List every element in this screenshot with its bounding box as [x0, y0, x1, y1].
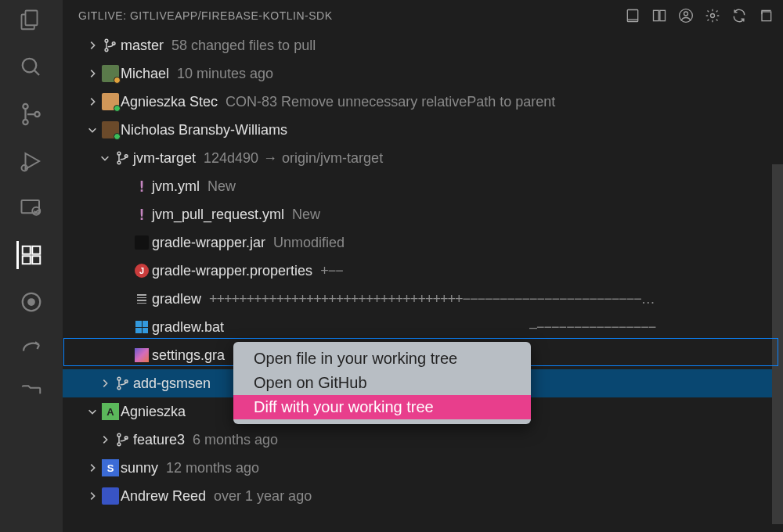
file-name: gradlew [152, 291, 201, 307]
tree-row-file[interactable]: J gradle-wrapper.properties +−− [63, 257, 783, 285]
menu-item-diff-working-tree[interactable]: Diff with your working tree [233, 395, 531, 419]
file-name: gradle-wrapper.jar [152, 235, 265, 251]
split-icon[interactable] [651, 8, 667, 23]
user-name: sunny [121, 460, 158, 476]
branch-sublabel: 58 changed files to pull [171, 38, 316, 54]
remote-explorer-icon[interactable] [17, 194, 45, 222]
svg-rect-11 [32, 246, 40, 254]
file-name: jvm_pull_request.yml [152, 207, 284, 223]
gear-icon[interactable] [705, 8, 720, 23]
file-status: New [292, 207, 320, 223]
scrollbar[interactable] [772, 164, 783, 524]
branch-name: feature3 [133, 432, 185, 448]
svg-point-28 [117, 386, 121, 390]
gitlens-icon[interactable] [17, 288, 45, 316]
menu-item-open-file[interactable]: Open file in your working tree [233, 347, 531, 371]
diff-marks: +−− [320, 263, 343, 279]
diff-marks: ++++++++++++++++++++++++++++++++++−−−−−−… [209, 291, 655, 307]
svg-rect-9 [23, 256, 31, 264]
tree-view: master 58 changed files to pull Michael … [63, 31, 783, 532]
chevron-right-icon[interactable] [97, 434, 113, 445]
svg-point-27 [117, 377, 121, 380]
chevron-right-icon[interactable] [85, 68, 100, 79]
tree-row-user-andrew[interactable]: Andrew Reed over 1 year ago [63, 482, 783, 510]
commit-hash: 124d490 [204, 150, 258, 167]
file-name: jvm.yml [152, 178, 200, 195]
context-menu: Open file in your working tree Open on G… [233, 342, 531, 424]
svg-point-25 [117, 161, 121, 164]
chevron-right-icon[interactable] [85, 96, 100, 107]
menu-item-open-github[interactable]: Open on GitHub [233, 371, 531, 395]
run-debug-icon[interactable] [17, 147, 45, 175]
tree-row-file[interactable]: ! jvm_pull_request.yml New [63, 200, 783, 228]
tree-row-user-sunny[interactable]: S sunny 12 months ago [63, 454, 783, 482]
timestamp: 10 minutes ago [177, 66, 273, 82]
arrow: → [263, 150, 277, 167]
tree-row-file[interactable]: ! jvm.yml New [63, 172, 783, 200]
folder-icon[interactable] [17, 379, 45, 407]
file-status: New [207, 178, 236, 195]
tree-row-branch-feature3[interactable]: feature3 6 months ago [63, 426, 783, 454]
file-name: gradle-wrapper.properties [152, 263, 312, 279]
file-name: settings.gra [152, 347, 225, 364]
avatar-letter: A [102, 403, 119, 420]
files-icon[interactable] [17, 6, 45, 34]
collapse-icon[interactable] [758, 8, 774, 23]
svg-point-3 [23, 120, 27, 124]
svg-point-22 [105, 49, 108, 52]
account-icon[interactable] [678, 8, 694, 23]
svg-point-30 [117, 433, 121, 437]
avatar [102, 65, 119, 82]
tree-row-file[interactable]: gradle-wrapper.jar Unmodified [63, 228, 783, 257]
avatar [102, 93, 119, 110]
svg-rect-15 [654, 10, 659, 20]
svg-rect-16 [660, 10, 666, 20]
avatar [102, 487, 119, 505]
tree-row-master[interactable]: master 58 changed files to pull [63, 31, 783, 59]
yaml-icon: ! [135, 207, 149, 221]
avatar [102, 121, 119, 138]
source-control-icon[interactable] [17, 100, 45, 128]
remote-branch: origin/jvm-target [282, 150, 383, 167]
timestamp: 12 months ago [166, 460, 259, 476]
diff-marks: –−−−−−−−−−−−−−−−− [529, 319, 655, 336]
timestamp: 6 months ago [193, 432, 278, 448]
windows-icon [135, 321, 148, 333]
chevron-down-icon[interactable] [97, 153, 113, 164]
book-icon[interactable] [625, 8, 640, 23]
file-status: Unmodified [273, 235, 345, 251]
chevron-down-icon[interactable] [85, 124, 100, 135]
tree-row-file[interactable]: gradlew ++++++++++++++++++++++++++++++++… [63, 285, 783, 313]
panel-header: GITLIVE: GITLIVEAPP/FIREBASE-KOTLIN-SDK [63, 0, 783, 31]
user-name: Nicholas Bransby-Williams [121, 122, 287, 138]
refresh-icon[interactable] [731, 8, 747, 23]
svg-rect-8 [23, 246, 31, 254]
extensions-icon[interactable] [16, 241, 45, 269]
commit-msg: CON-83 Remove unnecessary relativePath t… [226, 94, 555, 110]
chevron-down-icon[interactable] [85, 406, 100, 417]
user-name: Agnieszka [121, 404, 186, 420]
svg-point-21 [105, 39, 108, 42]
svg-point-24 [117, 152, 121, 155]
chevron-right-icon[interactable] [85, 491, 100, 501]
tree-row-user-nicholas[interactable]: Nicholas Bransby-Williams [63, 116, 783, 144]
svg-point-13 [28, 299, 34, 305]
svg-point-18 [684, 12, 688, 16]
svg-rect-0 [26, 11, 38, 26]
search-icon[interactable] [17, 53, 45, 81]
share-icon[interactable] [17, 335, 45, 363]
svg-point-4 [34, 112, 39, 117]
user-name: Michael [121, 66, 169, 82]
chevron-right-icon[interactable] [97, 378, 113, 389]
chevron-right-icon[interactable] [85, 462, 100, 473]
branch-name: add-gsmsen [133, 376, 211, 392]
tree-row-user-agnieszka-stec[interactable]: Agnieszka Stec CON-83 Remove unnecessary… [63, 88, 783, 116]
yaml-icon: ! [135, 179, 149, 193]
tree-row-branch-jvm-target[interactable]: jvm-target 124d490 → origin/jvm-target [63, 144, 783, 172]
panel-title: GITLIVE: GITLIVEAPP/FIREBASE-KOTLIN-SDK [78, 9, 332, 22]
svg-rect-20 [762, 12, 771, 21]
tree-row-file-gradlew-bat[interactable]: gradlew.bat –−−−−−−−−−−−−−−−− [63, 313, 783, 341]
chevron-right-icon[interactable] [85, 40, 100, 51]
avatar-letter: S [102, 459, 119, 476]
tree-row-user-michael[interactable]: Michael 10 minutes ago [63, 59, 783, 88]
